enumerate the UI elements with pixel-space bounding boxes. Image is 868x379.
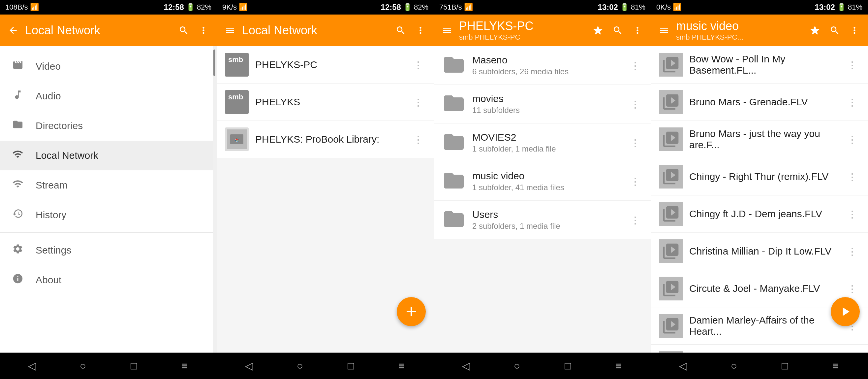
more-icon-phelyks-pc[interactable]: ⋮	[411, 56, 426, 73]
home-nav-3[interactable]: ○	[507, 360, 527, 372]
more-icon-probook[interactable]: ⋮	[411, 131, 426, 148]
item-subtitle-maseno: 6 subfolders, 26 media files	[472, 67, 621, 76]
probook-icon: 📚	[225, 127, 249, 151]
time-2: 12:58	[381, 3, 401, 12]
more-button-1[interactable]	[195, 23, 211, 38]
list-item-maseno[interactable]: Maseno 6 subfolders, 26 media files ⋮	[434, 46, 651, 85]
menu-nav-2[interactable]: ≡	[392, 360, 411, 372]
sidebar-item-settings[interactable]: Settings	[0, 235, 213, 265]
more-button-3[interactable]	[629, 23, 645, 38]
list-item-christina[interactable]: Christina Millian - Dip It Low.FLV ⋮	[651, 233, 868, 270]
sidebar-label-local-network: Local Network	[36, 150, 98, 161]
more-icon-phelyks[interactable]: ⋮	[411, 94, 426, 111]
status-left-4: 0K/s 📶	[656, 3, 682, 11]
audio-icon	[10, 89, 25, 103]
list-item-bowwow[interactable]: Bow Wow - Poll In My Basement.FL... ⋮	[651, 46, 868, 84]
more-button-4[interactable]	[846, 23, 862, 38]
menu-nav-3[interactable]: ≡	[609, 360, 628, 372]
list-item-probook[interactable]: 📚 PHELYKS: ProBook Library: ⋮	[217, 121, 434, 158]
list-item-text-phelyks-pc: PHELYKS-PC	[255, 59, 404, 70]
back-nav-3[interactable]: ◁	[456, 359, 476, 372]
home-nav-4[interactable]: ○	[724, 360, 744, 372]
list-item-movies[interactable]: movies 11 subfolders ⋮	[434, 85, 651, 123]
search-button-4[interactable]	[827, 23, 843, 38]
list-item-chingy-dem[interactable]: Chingy ft J.D - Dem jeans.FLV ⋮	[651, 196, 868, 233]
video-thumb-christina	[659, 239, 683, 263]
list-item-movies2[interactable]: MOVIES2 1 subfolder, 1 media file ⋮	[434, 123, 651, 162]
sidebar-item-directories[interactable]: Directories	[0, 111, 213, 141]
sidebar-item-video[interactable]: Video	[0, 52, 213, 81]
search-button-3[interactable]	[610, 23, 626, 38]
home-nav-1[interactable]: ○	[73, 360, 93, 372]
history-icon	[10, 208, 25, 222]
toolbar-subtitle-4: smb PHELYKS-PC...	[676, 33, 803, 41]
status-right-1: 12:58 🔋 82%	[164, 3, 211, 12]
list-item-brunomars-grenade[interactable]: Bruno Mars - Grenade.FLV ⋮	[651, 84, 868, 121]
signal-icon-1: 📶	[30, 3, 39, 11]
fab-2[interactable]	[397, 297, 426, 326]
status-left-2: 9K/s 📶	[222, 3, 248, 11]
sidebar-label-history: History	[36, 209, 66, 221]
menu-button-4[interactable]	[656, 23, 672, 38]
recents-nav-3[interactable]: □	[558, 360, 578, 372]
more-icon-chingy-dem[interactable]: ⋮	[845, 206, 860, 223]
more-icon-brunomars-grenade[interactable]: ⋮	[845, 94, 860, 111]
search-button-2[interactable]	[393, 23, 409, 38]
more-icon-christina[interactable]: ⋮	[845, 243, 860, 260]
menu-button-3[interactable]	[439, 23, 455, 38]
back-nav-4[interactable]: ◁	[673, 359, 693, 372]
list-item-text-circute: Circute & Joel - Manyake.FLV	[689, 283, 838, 294]
panel-3: 751B/s 📶 13:02 🔋 81% PHELYKS-PC smb PHEL…	[434, 0, 651, 379]
more-icon-users[interactable]: ⋮	[628, 212, 643, 229]
list-item-users[interactable]: Users 2 subfolders, 1 media file ⋮	[434, 201, 651, 239]
recents-nav-2[interactable]: □	[341, 360, 361, 372]
search-button-1[interactable]	[176, 23, 192, 38]
list-item-phelyks-pc[interactable]: smb PHELYKS-PC ⋮	[217, 46, 434, 84]
star-button-3[interactable]	[590, 23, 606, 38]
sidebar-item-audio[interactable]: Audio	[0, 81, 213, 111]
sidebar-item-stream[interactable]: Stream	[0, 170, 213, 200]
more-icon-brunomars-just[interactable]: ⋮	[845, 131, 860, 148]
more-icon-movies[interactable]: ⋮	[628, 96, 643, 113]
list-item-text-phelyks: PHELYKS	[255, 96, 404, 108]
more-icon-movies2[interactable]: ⋮	[628, 134, 643, 151]
video-thumb-circute	[659, 276, 683, 300]
nav-drawer: Video Audio Directories Lo	[0, 46, 217, 353]
sidebar-item-history[interactable]: History	[0, 200, 213, 230]
settings-icon	[10, 243, 25, 257]
list-item-music-video[interactable]: music video 1 subfolder, 41 media files …	[434, 162, 651, 201]
recents-nav-1[interactable]: □	[124, 360, 144, 372]
video-thumb-brunomars-grenade	[659, 90, 683, 114]
more-icon-bowwow[interactable]: ⋮	[845, 56, 860, 73]
back-button-1[interactable]	[5, 23, 21, 38]
sidebar-item-about[interactable]: About	[0, 265, 213, 295]
list-item-chingy-right[interactable]: Chingy - Right Thur (remix).FLV ⋮	[651, 158, 868, 196]
home-nav-2[interactable]: ○	[290, 360, 310, 372]
back-nav-1[interactable]: ◁	[22, 359, 42, 372]
more-icon-circute[interactable]: ⋮	[845, 280, 860, 297]
list-item-davido[interactable]: DAVIDO - DAMI DURO (OFFICIA... ⋮	[651, 345, 868, 353]
menu-nav-1[interactable]: ≡	[175, 360, 194, 372]
list-item-phelyks[interactable]: smb PHELYKS ⋮	[217, 84, 434, 121]
back-nav-2[interactable]: ◁	[239, 359, 259, 372]
item-subtitle-movies2: 1 subfolder, 1 media file	[472, 144, 621, 153]
list-item-text-damien: Damien Marley-Affairs of the Heart...	[689, 315, 838, 337]
nav-divider	[0, 232, 213, 233]
recents-nav-4[interactable]: □	[775, 360, 795, 372]
more-icon-maseno[interactable]: ⋮	[628, 57, 643, 74]
content-area-4: Bow Wow - Poll In My Basement.FL... ⋮ Br…	[651, 46, 868, 353]
star-button-4[interactable]	[807, 23, 823, 38]
more-button-2[interactable]	[412, 23, 428, 38]
toolbar-title-3: PHELYKS-PC	[459, 19, 586, 33]
network-speed-3: 751B/s	[439, 3, 462, 11]
content-area-2: smb PHELYKS-PC ⋮ smb PHELYKS ⋮ 📚 PHELYKS…	[217, 46, 434, 353]
list-item-brunomars-just[interactable]: Bruno Mars - just the way you are.F... ⋮	[651, 121, 868, 158]
directories-icon	[10, 119, 25, 133]
menu-button-2[interactable]	[222, 23, 238, 38]
menu-nav-4[interactable]: ≡	[826, 360, 845, 372]
play-fab-4[interactable]	[831, 297, 860, 326]
more-icon-chingy-right[interactable]: ⋮	[845, 168, 860, 185]
list-item-text-davido: DAVIDO - DAMI DURO (OFFICIA...	[689, 352, 838, 353]
more-icon-music-video[interactable]: ⋮	[628, 173, 643, 190]
sidebar-item-local-network[interactable]: Local Network	[0, 141, 213, 170]
